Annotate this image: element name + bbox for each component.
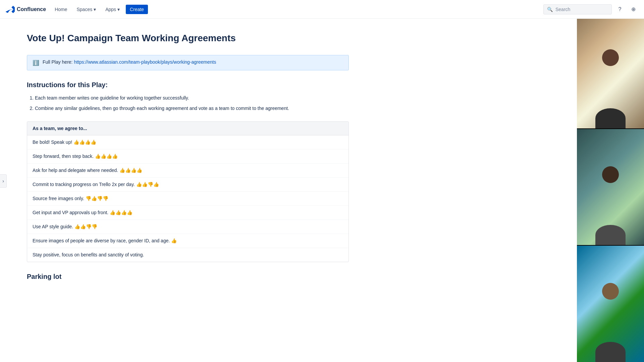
- person-1-overlay: [590, 35, 631, 128]
- apps-chevron-icon: ▾: [117, 7, 120, 12]
- help-button[interactable]: ?: [614, 4, 625, 15]
- playbook-link[interactable]: https://www.atlassian.com/team-playbook/…: [74, 59, 216, 65]
- person-3-body: [595, 342, 626, 362]
- user-icon: ⊕: [631, 6, 636, 12]
- create-button[interactable]: Create: [126, 5, 148, 14]
- person-2-head: [602, 166, 619, 183]
- person-1-body: [595, 108, 626, 128]
- confluence-logo[interactable]: Confluence: [5, 5, 46, 14]
- agreement-row: Step forward, then step back. 👍👍👍👍: [27, 149, 348, 164]
- person-3-overlay: [590, 269, 631, 362]
- instructions-title: Instructions for this Play:: [27, 81, 349, 89]
- instructions-list: Each team member writes one guideline fo…: [27, 94, 349, 112]
- confluence-logo-text: Confluence: [17, 6, 46, 12]
- agreement-row: Use AP style guide. 👍👍👎👎: [27, 220, 348, 234]
- spaces-chevron-icon: ▾: [94, 7, 96, 12]
- agreement-row: Commit to tracking progress on Trello 2x…: [27, 178, 348, 192]
- parking-lot-title: Parking lot: [27, 273, 349, 281]
- sidebar-toggle-button[interactable]: ›: [0, 174, 7, 188]
- main-content: Vote Up! Campaign Team Working Agreement…: [0, 19, 369, 362]
- instruction-item-1: Each team member writes one guideline fo…: [35, 94, 349, 102]
- person-1-head: [602, 49, 619, 66]
- sidebar-expand-icon: ›: [2, 178, 4, 184]
- info-banner: ℹ️ Full Play here: https://www.atlassian…: [27, 55, 349, 70]
- apps-nav-link[interactable]: Apps ▾: [102, 5, 123, 14]
- user-profile-button[interactable]: ⊕: [628, 4, 639, 15]
- home-nav-link[interactable]: Home: [51, 5, 70, 14]
- instruction-item-2: Combine any similar guidelines, then go …: [35, 105, 349, 112]
- search-box[interactable]: 🔍 Search: [543, 4, 612, 14]
- topnav: Confluence Home Spaces ▾ Apps ▾ Create 🔍…: [0, 0, 644, 19]
- info-banner-text: Full Play here: https://www.atlassian.co…: [43, 59, 216, 65]
- search-placeholder: Search: [555, 7, 570, 12]
- agreement-row: Ensure images of people are diverse by r…: [27, 234, 348, 248]
- video-cell-2: [577, 129, 644, 246]
- video-cell-1: [577, 12, 644, 129]
- person-3-head: [602, 283, 619, 300]
- agreement-row: Stay positive, focus on benefits and san…: [27, 248, 348, 262]
- agreements-table: As a team, we agree to... Be bold! Speak…: [27, 121, 349, 262]
- info-icon: ℹ️: [33, 60, 39, 66]
- person-2-overlay: [590, 152, 631, 245]
- search-icon: 🔍: [547, 7, 553, 12]
- page-title: Vote Up! Campaign Team Working Agreement…: [27, 32, 349, 44]
- agreements-header: As a team, we agree to...: [27, 122, 348, 135]
- person-2-body: [595, 225, 626, 245]
- spaces-nav-link[interactable]: Spaces ▾: [73, 5, 99, 14]
- video-cell-3: [577, 246, 644, 362]
- help-icon: ?: [619, 6, 622, 12]
- agreement-row: Get input and VP approvals up front. 👍👍👍…: [27, 206, 348, 220]
- agreement-row: Source free images only. 👎👍👎👎: [27, 192, 348, 206]
- video-panel: [577, 12, 644, 362]
- agreement-row: Ask for help and delegate where needed. …: [27, 164, 348, 178]
- agreement-row: Be bold! Speak up! 👍👍👍👍: [27, 135, 348, 149]
